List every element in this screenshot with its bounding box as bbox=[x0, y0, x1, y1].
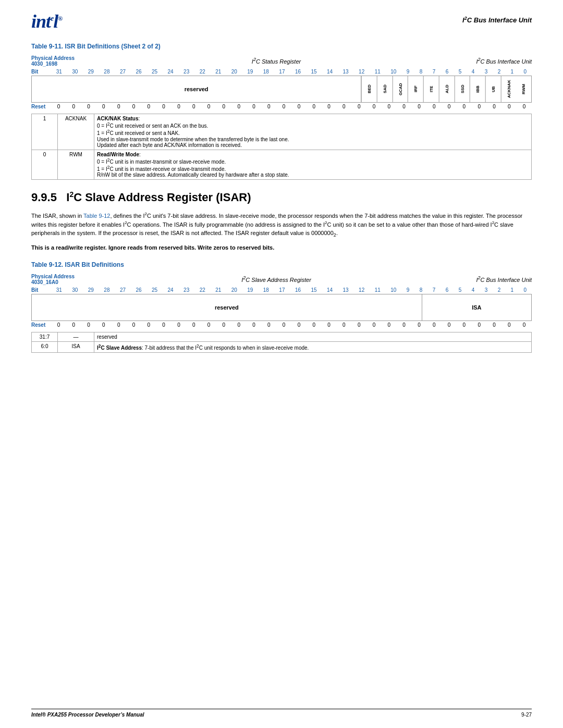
table12-register-diagram: reserved ISA bbox=[31, 294, 532, 321]
table11-addr-block: Physical Address 4030_1698 bbox=[31, 55, 104, 67]
isr-ite-cell: ITE bbox=[423, 76, 439, 102]
table11-register-diagram: reserved BED SAD GCAD IRF ITE ALD SSD IB… bbox=[31, 76, 532, 103]
table-row: 31:7 — reserved bbox=[32, 332, 532, 341]
table12-bitnums-row: Bit 313029282726252423222120191817161514… bbox=[31, 287, 532, 293]
isr-irf-cell: IRF bbox=[408, 76, 423, 102]
bold-note: This is a read/write register. Ignore re… bbox=[31, 244, 532, 251]
footer-left: Intel® PXA255 Processor Developer’s Manu… bbox=[31, 712, 144, 718]
name-col: — bbox=[58, 332, 94, 341]
table-11-container: Table 9-11. ISR Bit Definitions (Sheet 2… bbox=[31, 43, 532, 180]
table11-bit-defs: 1 ACKNAK ACK/NAK Status: 0 = I2C unit re… bbox=[31, 114, 532, 180]
table12-addr-block: Physical Address 4030_16A0 bbox=[31, 274, 104, 285]
isr-sad-cell: SAD bbox=[377, 76, 393, 102]
isr-acknak-cell: ACKNAK bbox=[501, 76, 517, 102]
section-number: 9.9.5 bbox=[31, 191, 57, 204]
footer-right: 9-27 bbox=[521, 712, 532, 718]
table12-addr-label: Physical Address bbox=[31, 274, 104, 279]
isr-gcad-cell: GCAD bbox=[393, 76, 408, 102]
table11-addr-value: 4030_1698 bbox=[31, 61, 104, 67]
bit-col: 0 bbox=[32, 150, 58, 180]
isr-ibb-cell: IBB bbox=[470, 76, 485, 102]
page-header: intel® I2C Bus Interface Unit bbox=[31, 10, 532, 32]
table11-addr-label: Physical Address bbox=[31, 55, 104, 61]
section-995: 9.9.5 I2C Slave Address Register (ISAR) … bbox=[31, 190, 532, 251]
section-body: The ISAR, shown in Table 9-12, defines t… bbox=[31, 211, 532, 239]
bit-col: 31:7 bbox=[32, 332, 58, 341]
table-row: 0 RWM Read/Write Mode: 0 = I2C unit is i… bbox=[32, 150, 532, 180]
table12-bit-defs: 31:7 — reserved 6:0 ISA I2C Slave Addres… bbox=[31, 332, 532, 353]
table12-reset-cells: 00000000000000000000000000000000 bbox=[51, 322, 532, 328]
table12-reset-row: Reset 00000000000000000000000000000000 bbox=[31, 322, 532, 328]
desc-col: Read/Write Mode: 0 = I2C unit is in mast… bbox=[94, 150, 532, 180]
table11-reset-row: Reset 00000000000000000000000000000000 bbox=[31, 104, 532, 109]
header-title: I2C Bus Interface Unit bbox=[462, 10, 532, 24]
table11-bitnums-row: Bit 313029282726252423222120191817161514… bbox=[31, 69, 532, 75]
table11-unit: I2C Bus Interface Unit bbox=[448, 57, 532, 65]
name-col: ACKNAK bbox=[58, 114, 94, 150]
isr-bed-cell: BED bbox=[361, 76, 377, 102]
isr-ssd-cell: SSD bbox=[455, 76, 470, 102]
table11-reg-header: Physical Address 4030_1698 I2C Status Re… bbox=[31, 55, 532, 67]
table-12-title: Table 9-12. ISAR Bit Definitions bbox=[31, 261, 532, 268]
isr-ub-cell: UB bbox=[485, 76, 501, 102]
isar-isa-cell: ISA bbox=[422, 294, 531, 320]
table12-reg-header: Physical Address 4030_16A0 I2C Slave Add… bbox=[31, 274, 532, 285]
desc-col: ACK/NAK Status: 0 = I2C unit received or… bbox=[94, 114, 532, 150]
table-11-title: Table 9-11. ISR Bit Definitions (Sheet 2… bbox=[31, 43, 532, 50]
table11-reset-cells: 00000000000000000000000000000000 bbox=[51, 104, 532, 109]
table11-bit-label: Bit bbox=[31, 69, 51, 75]
table11-bit-numbers: 3130292827262524232221201918171615141312… bbox=[51, 69, 532, 75]
desc-col: reserved bbox=[94, 332, 532, 341]
table-12-container: Table 9-12. ISAR Bit Definitions Physica… bbox=[31, 261, 532, 353]
table-row: 1 ACKNAK ACK/NAK Status: 0 = I2C unit re… bbox=[32, 114, 532, 150]
isr-ald-cell: ALD bbox=[439, 76, 455, 102]
bit-col: 1 bbox=[32, 114, 58, 150]
intel-logo: intel® bbox=[31, 10, 62, 32]
table12-bit-numbers: 3130292827262524232221201918171615141312… bbox=[51, 287, 532, 293]
table12-addr-value: 4030_16A0 bbox=[31, 279, 104, 285]
page-footer: Intel® PXA255 Processor Developer’s Manu… bbox=[31, 709, 532, 718]
isr-reserved-cell: reserved bbox=[32, 76, 361, 102]
isr-rwm-cell: RWM bbox=[516, 76, 531, 102]
table12-unit: I2C Bus Interface Unit bbox=[448, 276, 532, 283]
isar-reserved-cell: reserved bbox=[32, 294, 422, 320]
table12-bit-label: Bit bbox=[31, 287, 51, 293]
table11-reset-label: Reset bbox=[31, 104, 51, 109]
table-row: 6:0 ISA I2C Slave Address: 7-bit address… bbox=[32, 341, 532, 352]
section-heading: 9.9.5 I2C Slave Address Register (ISAR) bbox=[31, 190, 532, 204]
bit-col: 6:0 bbox=[32, 341, 58, 352]
table11-reg-name: I2C Status Register bbox=[104, 57, 448, 65]
table12-reg-name: I2C Slave Address Register bbox=[104, 276, 448, 283]
table12-reset-label: Reset bbox=[31, 322, 51, 328]
name-col: ISA bbox=[58, 341, 94, 352]
desc-col: I2C Slave Address: 7-bit address that th… bbox=[94, 341, 532, 352]
name-col: RWM bbox=[58, 150, 94, 180]
